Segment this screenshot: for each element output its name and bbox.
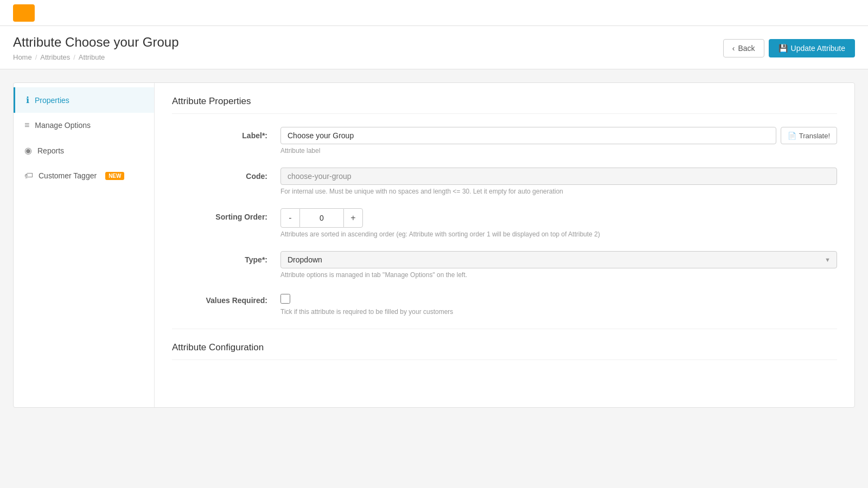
list-icon: ≡ [24,120,29,130]
type-select-wrapper: Dropdown Text Text Area Date Boolean [280,251,837,268]
header-buttons: ‹ Back 💾 Update Attribute [723,39,855,57]
increment-button[interactable]: + [343,208,363,228]
label-input[interactable] [280,127,776,144]
code-row: Code: For internal use. Must be unique w… [172,168,837,195]
breadcrumb-attributes[interactable]: Attributes [40,53,70,61]
label-row: Label*: 📄 Translate! Attribute label [172,127,837,155]
update-label: Update Attribute [791,44,845,53]
code-help: For internal use. Must be unique with no… [280,188,837,195]
label-field-wrapper: 📄 Translate! Attribute label [280,127,837,155]
sidebar-label-properties: Properties [35,96,69,105]
update-attribute-button[interactable]: 💾 Update Attribute [769,39,855,57]
page-title: Attribute Choose your Group [13,35,179,50]
label-help: Attribute label [280,147,837,155]
reports-icon: ◉ [24,145,32,156]
label-field-label: Label*: [172,127,280,140]
type-select[interactable]: Dropdown Text Text Area Date Boolean [280,251,837,268]
new-badge: NEW [105,172,124,180]
breadcrumb-sep-1: / [35,53,37,61]
main-content: Attribute Properties Label*: 📄 Translate… [155,83,854,407]
sidebar-label-customer-tagger: Customer Tagger [39,171,97,180]
values-required-wrapper: Tick if this attribute is required to be… [280,292,837,316]
sidebar-item-reports[interactable]: ◉ Reports [14,138,154,163]
sorting-order-wrapper: - + Attributes are sorted in ascending o… [280,208,837,238]
content-area: ℹ Properties ≡ Manage Options ◉ Reports … [0,69,868,421]
type-field-wrapper: Dropdown Text Text Area Date Boolean Att… [280,251,837,279]
sidebar-label-reports: Reports [37,146,64,155]
page-title-area: Attribute Choose your Group Home / Attri… [13,35,179,61]
logo-icon [13,4,35,22]
sorting-order-help: Attributes are sorted in ascending order… [280,230,837,238]
breadcrumb-attribute[interactable]: Attribute [79,53,105,61]
save-icon: 💾 [778,44,788,53]
page-header: Attribute Choose your Group Home / Attri… [0,26,868,69]
section-divider [172,329,837,329]
breadcrumb-home[interactable]: Home [13,53,32,61]
section-title: Attribute Properties [172,96,837,114]
sorting-controls: - + [280,208,837,228]
translate-button[interactable]: 📄 Translate! [781,127,837,144]
code-field-wrapper: For internal use. Must be unique with no… [280,168,837,195]
decrement-button[interactable]: - [280,208,300,228]
sidebar-item-properties[interactable]: ℹ Properties [14,87,154,113]
values-required-label: Values Required: [172,292,280,305]
breadcrumb: Home / Attributes / Attribute [13,53,179,61]
sidebar: ℹ Properties ≡ Manage Options ◉ Reports … [14,83,155,407]
top-bar [0,0,868,26]
type-row: Type*: Dropdown Text Text Area Date Bool… [172,251,837,279]
back-chevron-icon: ‹ [732,44,735,53]
sidebar-label-manage-options: Manage Options [35,121,91,130]
sorting-order-label: Sorting Order: [172,208,280,221]
info-icon: ℹ [26,95,29,105]
sidebar-item-customer-tagger[interactable]: 🏷 Customer Tagger NEW [14,163,154,188]
values-required-help: Tick if this attribute is required to be… [280,308,837,316]
translate-icon: 📄 [788,132,796,140]
card: ℹ Properties ≡ Manage Options ◉ Reports … [13,82,855,408]
translate-label: Translate! [799,132,830,140]
type-help: Attribute options is managed in tab "Man… [280,271,837,279]
sidebar-item-manage-options[interactable]: ≡ Manage Options [14,113,154,138]
sorting-order-input[interactable] [300,208,343,228]
code-field-label: Code: [172,168,280,181]
values-required-row: Values Required: Tick if this attribute … [172,292,837,316]
config-section-title: Attribute Configuration [172,342,837,360]
back-label: Back [738,44,755,53]
sorting-order-row: Sorting Order: - + Attributes are sorted… [172,208,837,238]
label-with-translate: 📄 Translate! [280,127,837,144]
type-field-label: Type*: [172,251,280,264]
values-required-checkbox[interactable] [280,294,290,304]
tag-icon: 🏷 [24,171,33,181]
breadcrumb-sep-2: / [73,53,75,61]
back-button[interactable]: ‹ Back [723,39,764,57]
code-input [280,168,837,185]
logo-area [13,4,35,22]
